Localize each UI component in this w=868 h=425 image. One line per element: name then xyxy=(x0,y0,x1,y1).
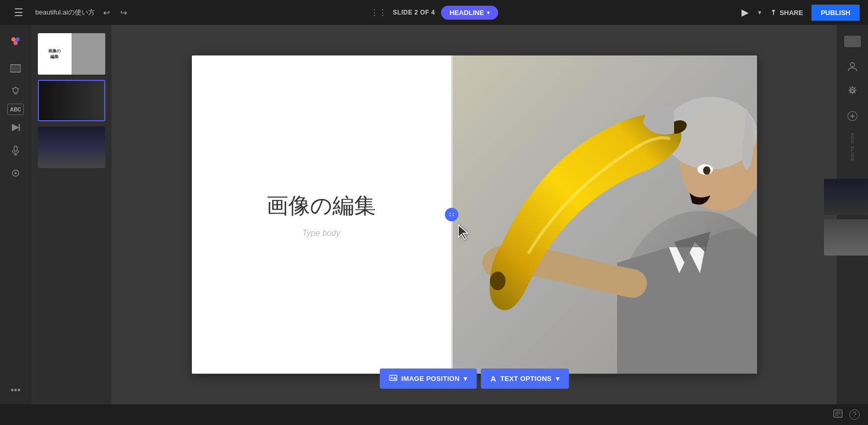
status-right: ? xyxy=(833,408,860,421)
app-title: beautiful.aiの使い方 xyxy=(35,8,95,17)
slide-image xyxy=(451,55,757,374)
text-options-caret: ▾ xyxy=(556,375,559,382)
image-position-label: IMAGE POSITION xyxy=(401,375,460,382)
play-caret-button[interactable]: ▼ xyxy=(757,9,763,16)
svg-point-20 xyxy=(450,215,451,216)
slide-thumb-3[interactable] xyxy=(38,126,105,168)
left-sidebar: ABC ••• xyxy=(0,25,31,404)
svg-point-21 xyxy=(453,215,454,216)
svg-point-37 xyxy=(850,63,855,67)
settings-icon[interactable] xyxy=(842,81,863,102)
svg-point-17 xyxy=(15,172,17,174)
headline-label: HEADLINE xyxy=(450,9,484,17)
headline-caret: ▾ xyxy=(487,10,489,16)
slide-canvas: 画像の編集 Type body xyxy=(192,55,757,374)
slide-image-panel[interactable] xyxy=(451,55,757,374)
svg-point-0 xyxy=(11,37,16,41)
text-options-button[interactable]: A TEXT OPTIONS ▾ xyxy=(481,369,569,389)
topbar-center: ⋮⋮ SLIDE 2 OF 4 HEADLINE ▾ xyxy=(370,6,498,20)
slides-panel: 画像の編集 xyxy=(31,25,111,404)
image-position-button[interactable]: IMAGE POSITION ▾ xyxy=(380,369,477,389)
main-content: ABC ••• 画像の編 xyxy=(0,25,868,404)
text-options-label: TEXT OPTIONS xyxy=(500,375,552,382)
drag-handle[interactable] xyxy=(445,208,458,221)
share-icon: ⤒ xyxy=(771,9,776,17)
svg-point-1 xyxy=(16,37,20,41)
slide-thumb-2[interactable] xyxy=(38,80,105,121)
svg-marker-11 xyxy=(12,124,19,131)
topbar: ☰ beautiful.aiの使い方 ↩ ↪ ⋮⋮ SLIDE 2 OF 4 H… xyxy=(0,0,868,25)
notes-icon[interactable] xyxy=(833,408,843,421)
text-icon[interactable]: ABC xyxy=(7,104,24,115)
microphone-icon[interactable] xyxy=(5,140,26,161)
user-profile-icon[interactable] xyxy=(842,56,863,77)
ideas-icon[interactable] xyxy=(5,81,26,102)
headline-button[interactable]: HEADLINE ▾ xyxy=(441,6,498,20)
add-slide-label-right: ADD SLIDE xyxy=(850,133,855,164)
svg-point-36 xyxy=(390,377,393,379)
svg-rect-13 xyxy=(14,146,17,151)
center-area: 画像の編集 Type body xyxy=(111,25,837,404)
svg-point-18 xyxy=(450,213,451,214)
share-button[interactable]: ⤒ SHARE xyxy=(771,9,803,17)
image-position-icon xyxy=(389,374,397,384)
image-position-caret: ▾ xyxy=(464,375,467,382)
svg-point-19 xyxy=(453,213,454,214)
slide-thumb-1[interactable]: 画像の編集 xyxy=(38,33,105,75)
text-options-icon: A xyxy=(491,374,496,383)
share-label: SHARE xyxy=(779,9,803,17)
right-panel: ADD SLIDE xyxy=(837,25,868,404)
bottom-toolbar: IMAGE POSITION ▾ A TEXT OPTIONS ▾ xyxy=(380,369,569,389)
status-bar: ? xyxy=(0,404,868,425)
slide-body-placeholder[interactable]: Type body xyxy=(302,229,341,238)
redo-button[interactable]: ↪ xyxy=(118,6,129,20)
svg-point-32 xyxy=(490,272,506,290)
slide-title[interactable]: 画像の編集 xyxy=(267,191,376,220)
animation-icon[interactable] xyxy=(5,117,26,138)
grid-icon: ⋮⋮ xyxy=(370,8,387,18)
svg-line-10 xyxy=(19,88,20,89)
logo-icon[interactable] xyxy=(5,31,26,52)
topbar-right: ▶ ▼ ⤒ SHARE PUBLISH xyxy=(741,5,860,21)
slide-text-panel[interactable]: 画像の編集 Type body xyxy=(192,55,451,374)
undo-button[interactable]: ↩ xyxy=(101,6,112,20)
svg-line-9 xyxy=(12,88,13,89)
more-options-icon[interactable]: ••• xyxy=(11,385,21,396)
svg-rect-4 xyxy=(12,66,19,71)
help-icon[interactable]: ? xyxy=(849,409,860,420)
thumbnail-preview-icon[interactable] xyxy=(842,31,863,52)
svg-point-2 xyxy=(13,41,18,45)
play-button[interactable]: ▶ xyxy=(741,7,749,18)
add-icon[interactable] xyxy=(842,106,863,126)
svg-point-34 xyxy=(703,166,710,175)
publish-button[interactable]: PUBLISH xyxy=(811,5,860,21)
svg-point-7 xyxy=(13,88,18,93)
slide-counter: SLIDE 2 OF 4 xyxy=(393,9,435,16)
menu-button[interactable]: ☰ xyxy=(8,2,29,23)
cursor-tool-icon[interactable] xyxy=(5,163,26,183)
slides-panel-icon[interactable] xyxy=(5,58,26,79)
